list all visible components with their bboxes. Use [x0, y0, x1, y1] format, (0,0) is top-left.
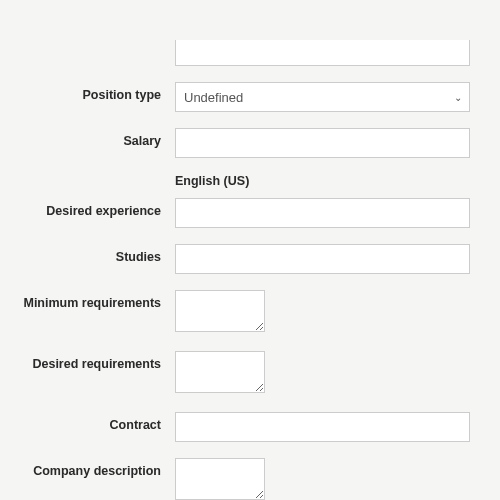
row-desired-requirements: Desired requirements — [0, 351, 470, 396]
row-minimum-requirements: Minimum requirements — [0, 290, 470, 335]
input-col-contract — [175, 412, 470, 442]
input-col-salary — [175, 128, 470, 158]
input-col-lang: English (US) — [175, 174, 470, 194]
input-col-minimum-requirements — [175, 290, 470, 335]
label-studies: Studies — [0, 244, 175, 264]
partial-field-bottom[interactable] — [175, 40, 470, 66]
language-section-label: English (US) — [175, 174, 470, 188]
minimum-requirements-textarea[interactable] — [175, 290, 265, 332]
label-salary: Salary — [0, 128, 175, 148]
studies-input[interactable] — [175, 244, 470, 274]
company-description-textarea[interactable] — [175, 458, 265, 500]
input-col-company-description — [175, 458, 470, 500]
row-position-type: Position type Undefined ⌄ — [0, 82, 470, 112]
row-language-header: English (US) — [0, 174, 470, 194]
row-salary: Salary — [0, 128, 470, 158]
label-company-description: Company description — [0, 458, 175, 478]
label-empty-lang — [0, 174, 175, 180]
label-minimum-requirements: Minimum requirements — [0, 290, 175, 310]
position-type-select[interactable]: Undefined — [175, 82, 470, 112]
row-desired-experience: Desired experience — [0, 198, 470, 228]
input-col-desired-experience — [175, 198, 470, 228]
select-wrap-position-type: Undefined ⌄ — [175, 82, 470, 112]
input-col-desired-requirements — [175, 351, 470, 396]
label-empty — [0, 40, 175, 46]
job-form: Position type Undefined ⌄ Salary English… — [0, 40, 500, 500]
row-contract: Contract — [0, 412, 470, 442]
desired-requirements-textarea[interactable] — [175, 351, 265, 393]
row-company-description: Company description — [0, 458, 470, 500]
row-partial-top — [0, 40, 470, 66]
label-desired-experience: Desired experience — [0, 198, 175, 218]
contract-input[interactable] — [175, 412, 470, 442]
label-position-type: Position type — [0, 82, 175, 102]
row-studies: Studies — [0, 244, 470, 274]
input-col-position-type: Undefined ⌄ — [175, 82, 470, 112]
input-col-studies — [175, 244, 470, 274]
input-col-partial — [175, 40, 470, 66]
label-desired-requirements: Desired requirements — [0, 351, 175, 371]
desired-experience-input[interactable] — [175, 198, 470, 228]
salary-input[interactable] — [175, 128, 470, 158]
label-contract: Contract — [0, 412, 175, 432]
